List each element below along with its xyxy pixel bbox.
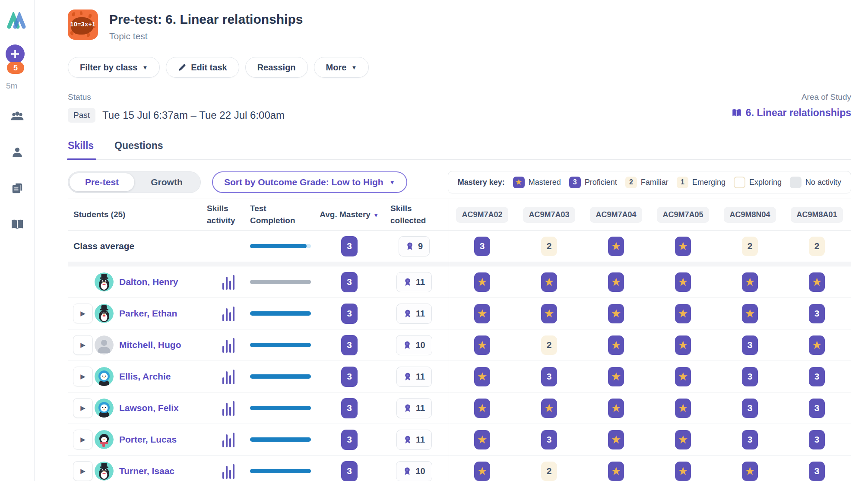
skills-activity-chart-icon[interactable]: [222, 400, 234, 416]
skill-mastery-cell: ★: [608, 335, 624, 355]
skills-collected-count: 11: [416, 435, 425, 445]
student-name-link[interactable]: Mitchell, Hugo: [119, 340, 181, 350]
skill-mastery-cell: ★: [474, 430, 490, 449]
skills-activity-chart-icon[interactable]: [222, 463, 234, 479]
student-name-link[interactable]: Porter, Lucas: [119, 434, 177, 445]
star-icon: ★: [611, 241, 621, 251]
table-band-divider: [68, 262, 851, 266]
tab-questions[interactable]: Questions: [114, 140, 163, 159]
student-name-link[interactable]: Parker, Ethan: [119, 308, 177, 319]
skills-collected-pill: 11: [396, 304, 432, 324]
more-button[interactable]: More ▼: [314, 57, 369, 78]
star-icon: ★: [812, 277, 821, 287]
student-name-link[interactable]: Lawson, Felix: [119, 403, 179, 413]
star-icon: ★: [611, 340, 621, 350]
test-completion-cell: [250, 311, 319, 316]
skill-code-header[interactable]: AC9M7A03: [523, 207, 575, 223]
mastered-star-badge: ★: [742, 304, 758, 323]
skill-code-header[interactable]: AC9M7A05: [657, 207, 709, 223]
mastery-level-badge: 3: [809, 462, 825, 481]
area-of-study-block: Area of Study 6. Linear relationships: [732, 92, 851, 123]
sidebar-nav: [0, 108, 35, 232]
skill-mastery-cell: 3: [742, 430, 758, 449]
expand-row-button[interactable]: ▶: [73, 367, 93, 386]
mastered-star-badge: ★: [513, 177, 525, 188]
sidebar-item-students[interactable]: [9, 144, 26, 160]
skills-activity-chart-icon[interactable]: [222, 306, 234, 321]
mathspace-logo-icon[interactable]: [7, 12, 26, 30]
star-icon: ★: [478, 277, 487, 287]
skills-activity-chart-icon[interactable]: [222, 369, 234, 384]
skill-mastery-cell: ★: [675, 272, 691, 292]
skill-code-header[interactable]: AC9M8N04: [724, 207, 776, 223]
star-icon: ★: [478, 435, 487, 445]
skill-mastery-cell: ★: [541, 304, 557, 323]
sidebar-item-classes[interactable]: [9, 108, 26, 123]
skills-collected-count: 10: [415, 340, 425, 350]
edit-task-button[interactable]: Edit task: [166, 57, 239, 78]
create-task-button[interactable]: [6, 44, 25, 63]
date-range: Tue 15 Jul 6:37am – Tue 22 Jul 6:00am: [102, 109, 285, 121]
mastered-star-badge: ★: [675, 304, 691, 323]
mastery-level-badge: 3: [341, 461, 358, 481]
mastery-level-badge: 2: [809, 237, 825, 256]
medal-icon: [403, 309, 412, 318]
notification-count-badge: 5: [7, 62, 24, 74]
filter-by-class-button[interactable]: Filter by class ▼: [68, 57, 160, 78]
toggle-growth[interactable]: Growth: [134, 173, 199, 191]
mastery-key-label: Mastery key:: [458, 178, 505, 187]
pencil-icon: [178, 63, 186, 72]
skills-activity-chart-icon[interactable]: [222, 432, 234, 447]
star-icon: ★: [545, 403, 554, 413]
tab-skills[interactable]: Skills: [68, 140, 94, 159]
completion-bar: [250, 406, 311, 410]
mastery-level-badge: 3: [742, 335, 758, 355]
skill-mastery-cell: ★: [608, 272, 624, 292]
skill-code-header[interactable]: AC9M8A01: [791, 207, 843, 223]
star-icon: ★: [611, 435, 621, 445]
mastery-level-badge: 3: [569, 177, 581, 188]
completion-bar-fill: [250, 374, 311, 379]
star-icon: ★: [678, 241, 687, 251]
expand-row-button[interactable]: ▶: [73, 304, 93, 323]
sidebar-item-textbooks[interactable]: [9, 217, 26, 232]
skill-mastery-cell: ★: [608, 367, 624, 386]
medal-icon: [403, 404, 412, 412]
student-name-link[interactable]: Turner, Isaac: [119, 466, 174, 476]
star-icon: ★: [745, 309, 754, 319]
star-icon: ★: [678, 372, 687, 382]
reassign-button[interactable]: Reassign: [245, 57, 308, 78]
area-of-study-label: Area of Study: [732, 92, 851, 102]
avg-mastery-cell: 3: [341, 236, 358, 256]
avg-mastery-cell: 3: [341, 367, 358, 387]
more-label: More: [326, 63, 347, 73]
expand-row-button[interactable]: ▶: [73, 461, 93, 481]
toggle-pre-test[interactable]: Pre-test: [70, 173, 134, 191]
sort-dropdown[interactable]: Sort by Outcome Grade: Low to High ▼: [212, 171, 407, 193]
skills-activity-chart-icon[interactable]: [222, 274, 234, 290]
expand-row-button[interactable]: ▶: [73, 335, 93, 355]
student-name-link[interactable]: Dalton, Henry: [119, 277, 178, 287]
skill-code-header[interactable]: AC9M7A02: [456, 207, 508, 223]
student-name-link[interactable]: Ellis, Archie: [119, 371, 171, 382]
mastery-level-badge: 3: [742, 430, 758, 449]
sidebar-item-reports[interactable]: [9, 180, 26, 196]
skill-code-header[interactable]: AC9M7A04: [590, 207, 642, 223]
expand-row-button[interactable]: ▶: [73, 398, 93, 418]
test-completion-cell: [250, 469, 319, 473]
column-header-avg-mastery[interactable]: Avg. Mastery▼: [320, 209, 379, 221]
skills-collected-pill: 11: [396, 272, 432, 292]
star-icon: ★: [678, 435, 687, 445]
sort-direction-icon: ▼: [373, 212, 379, 218]
filter-by-class-label: Filter by class: [80, 63, 137, 73]
mastery-level-badge: 1: [677, 177, 688, 188]
completion-bar: [250, 437, 311, 442]
skills-collected-count: 9: [418, 241, 423, 251]
mastered-star-badge: ★: [541, 399, 557, 418]
skills-activity-chart-icon[interactable]: [222, 337, 234, 353]
mastered-star-badge: ★: [675, 272, 691, 292]
area-of-study-link[interactable]: 6. Linear relationships: [732, 107, 851, 119]
skill-mastery-cell: 3: [742, 335, 758, 355]
skill-mastery-cell: 3: [742, 367, 758, 386]
expand-row-button[interactable]: ▶: [73, 430, 93, 449]
